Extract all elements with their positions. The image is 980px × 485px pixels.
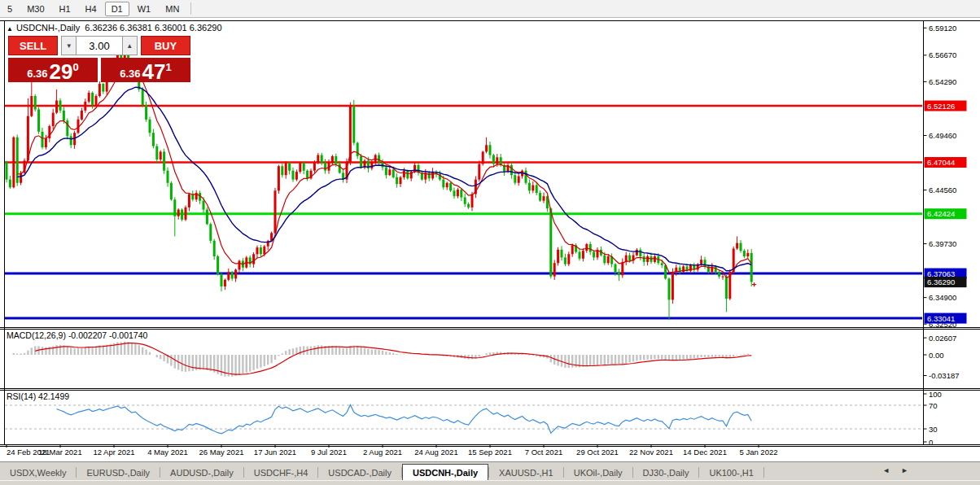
svg-text:6.44560: 6.44560 [929, 186, 956, 194]
svg-text:6.49460: 6.49460 [929, 131, 956, 140]
sell-price-sup: 0 [73, 61, 79, 73]
svg-text:7 Oct 2021: 7 Oct 2021 [525, 448, 562, 457]
svg-text:17 Jun 2021: 17 Jun 2021 [254, 448, 296, 457]
chart-tab-usdcad[interactable]: USDCAD-,Daily [318, 465, 401, 481]
svg-text:6.39730: 6.39730 [929, 239, 956, 248]
svg-text:100: 100 [929, 390, 942, 399]
sell-price-prefix: 6.36 [27, 68, 47, 80]
chart-ohlc-values: 6.36236 6.36381 6.36001 6.36290 [85, 23, 221, 33]
volume-input[interactable]: 3.00 [77, 36, 121, 55]
buy-button[interactable]: BUY [141, 36, 190, 55]
svg-text:6.34900: 6.34900 [929, 293, 956, 302]
rsi-value: 42.1499 [38, 391, 69, 401]
collapse-icon[interactable]: ▲ [7, 25, 13, 33]
sell-price-big: 29 [50, 62, 73, 81]
tab-scroll-right-button[interactable]: ► [901, 466, 908, 474]
svg-text:12 Apr 2021: 12 Apr 2021 [93, 448, 134, 457]
chart-tab-xauusd[interactable]: XAUUSD-,H1 [489, 465, 563, 481]
svg-text:6.47044: 6.47044 [927, 158, 955, 167]
chart-symbol-period: USDCNH-,Daily [16, 23, 80, 33]
svg-text:14 Dec 2021: 14 Dec 2021 [683, 448, 727, 457]
symbol-tab-bar: USDX,WeeklyEURUSD-,DailyAUDUSD-,DailyUSD… [0, 461, 980, 481]
svg-text:6.54290: 6.54290 [929, 77, 956, 86]
svg-text:6.33041: 6.33041 [927, 314, 955, 323]
pane-borders [0, 21, 980, 447]
one-click-trade-panel: SELL ▼ 3.00 ▲ BUY 6.36 29 0 6.36 47 1 [8, 36, 190, 82]
svg-text:6.59120: 6.59120 [929, 24, 956, 33]
arrow-up-icon: ▲ [126, 42, 133, 50]
chart-tab-ukoil[interactable]: UKOil-,Daily [564, 465, 632, 481]
current-price-marker [752, 282, 756, 286]
svg-text:0.02607: 0.02607 [929, 334, 956, 343]
arrow-down-icon: ▼ [66, 42, 72, 50]
tab-separator [763, 467, 764, 478]
svg-text:29 Oct 2021: 29 Oct 2021 [576, 448, 619, 457]
macd-histogram [14, 342, 751, 377]
svg-text:0: 0 [929, 438, 933, 447]
svg-text:2 Aug 2021: 2 Aug 2021 [363, 448, 402, 457]
buy-price-big: 47 [142, 62, 166, 81]
volume-decrease-button[interactable]: ▼ [61, 36, 77, 55]
sell-button[interactable]: SELL [8, 36, 58, 55]
svg-text:5 Jan 2022: 5 Jan 2022 [739, 448, 777, 457]
horizontal-level-lines [5, 106, 922, 318]
tab-scroll-left-button[interactable]: ◄ [882, 466, 890, 474]
price-axis: 6.591206.566706.542906.494606.445606.397… [924, 24, 967, 329]
svg-text:15 Sep 2021: 15 Sep 2021 [468, 448, 512, 457]
buy-price-display[interactable]: 6.36 47 1 [101, 58, 190, 82]
rsi-level-lines [5, 405, 922, 429]
svg-text:6.37063: 6.37063 [927, 269, 955, 278]
svg-text:6.42424: 6.42424 [927, 209, 955, 218]
svg-text:4 May 2021: 4 May 2021 [147, 448, 188, 457]
macd-values: -0.002207 -0.001740 [68, 330, 148, 340]
rsi-line [57, 405, 752, 434]
rsi-label: RSI(14) 42.1499 [7, 391, 69, 401]
svg-text:18 Mar 2021: 18 Mar 2021 [38, 448, 81, 457]
ma-fast-line [17, 68, 751, 278]
rsi-axis: 10070300 [924, 390, 942, 447]
svg-text:26 May 2021: 26 May 2021 [199, 448, 244, 457]
svg-text:-0.03187: -0.03187 [929, 371, 960, 380]
volume-increase-button[interactable]: ▲ [122, 36, 138, 55]
chart-tab-eurusd[interactable]: EURUSD-,Daily [77, 465, 160, 481]
candlesticks [6, 42, 753, 320]
tab-scroll-arrows: ◄ ► [882, 466, 908, 474]
svg-text:24 Aug 2021: 24 Aug 2021 [414, 448, 457, 457]
chart-tab-usdchf[interactable]: USDCHF-,H4 [244, 465, 318, 481]
macd-label: MACD(12,26,9) -0.002207 -0.001740 [7, 330, 147, 340]
buy-price-sup: 1 [166, 61, 172, 73]
svg-text:9 Jul 2021: 9 Jul 2021 [311, 448, 347, 457]
chart-tab-dj30[interactable]: DJ30-,Daily [633, 465, 699, 481]
svg-text:0.00: 0.00 [929, 351, 944, 360]
chart-tab-usdcnh[interactable]: USDCNH-,Daily [402, 464, 488, 481]
svg-text:70: 70 [929, 401, 938, 410]
status-bar [0, 480, 980, 485]
svg-text:22 Nov 2021: 22 Nov 2021 [629, 448, 673, 457]
sell-price-display[interactable]: 6.36 29 0 [8, 58, 98, 82]
buy-price-prefix: 6.36 [120, 68, 140, 80]
svg-text:6.56670: 6.56670 [929, 50, 956, 59]
chart-tab-usdx[interactable]: USDX,Weekly [0, 465, 76, 481]
chart-tab-audusd[interactable]: AUDUSD-,Daily [160, 465, 243, 481]
ma-slow-line [17, 87, 751, 271]
macd-axis: 0.026070.00-0.03187 [924, 334, 960, 380]
svg-text:6.36290: 6.36290 [927, 277, 955, 286]
svg-text:6.52126: 6.52126 [927, 102, 955, 111]
chart-title: ▲USDCNH-,Daily 6.36236 6.36381 6.36001 6… [7, 23, 222, 33]
svg-text:30: 30 [929, 425, 938, 434]
chart-tab-uk100[interactable]: UK100-,H1 [699, 465, 763, 481]
